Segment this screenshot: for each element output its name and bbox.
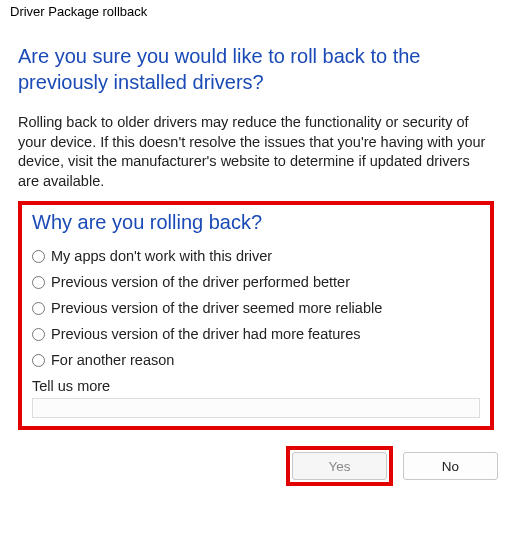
reason-radio[interactable] [32, 354, 45, 367]
reason-option-more-features[interactable]: Previous version of the driver had more … [32, 326, 480, 342]
reason-label: Previous version of the driver had more … [51, 326, 360, 342]
reason-radio[interactable] [32, 276, 45, 289]
reason-radio[interactable] [32, 250, 45, 263]
yes-button[interactable]: Yes [292, 452, 387, 480]
dialog-heading: Are you sure you would like to roll back… [18, 43, 494, 95]
tell-us-more-label: Tell us more [32, 378, 480, 394]
reason-subheading: Why are you rolling back? [32, 211, 480, 234]
reason-label: Previous version of the driver seemed mo… [51, 300, 382, 316]
dialog-content: Are you sure you would like to roll back… [0, 25, 512, 430]
yes-button-highlight: Yes [286, 446, 393, 486]
reason-label: For another reason [51, 352, 174, 368]
reason-radio[interactable] [32, 302, 45, 315]
reason-option-performed-better[interactable]: Previous version of the driver performed… [32, 274, 480, 290]
dialog-window: Driver Package rollback Are you sure you… [0, 0, 512, 547]
dialog-button-bar: Yes No [0, 430, 512, 494]
reason-radio[interactable] [32, 328, 45, 341]
dialog-description: Rolling back to older drivers may reduce… [18, 113, 494, 191]
tell-us-more-input[interactable] [32, 398, 480, 418]
reason-option-another-reason[interactable]: For another reason [32, 352, 480, 368]
reason-option-more-reliable[interactable]: Previous version of the driver seemed mo… [32, 300, 480, 316]
no-button[interactable]: No [403, 452, 498, 480]
reason-label: My apps don't work with this driver [51, 248, 272, 264]
rollback-reason-section: Why are you rolling back? My apps don't … [18, 201, 494, 430]
reason-label: Previous version of the driver performed… [51, 274, 350, 290]
reason-option-apps-dont-work[interactable]: My apps don't work with this driver [32, 248, 480, 264]
window-title: Driver Package rollback [0, 0, 512, 25]
